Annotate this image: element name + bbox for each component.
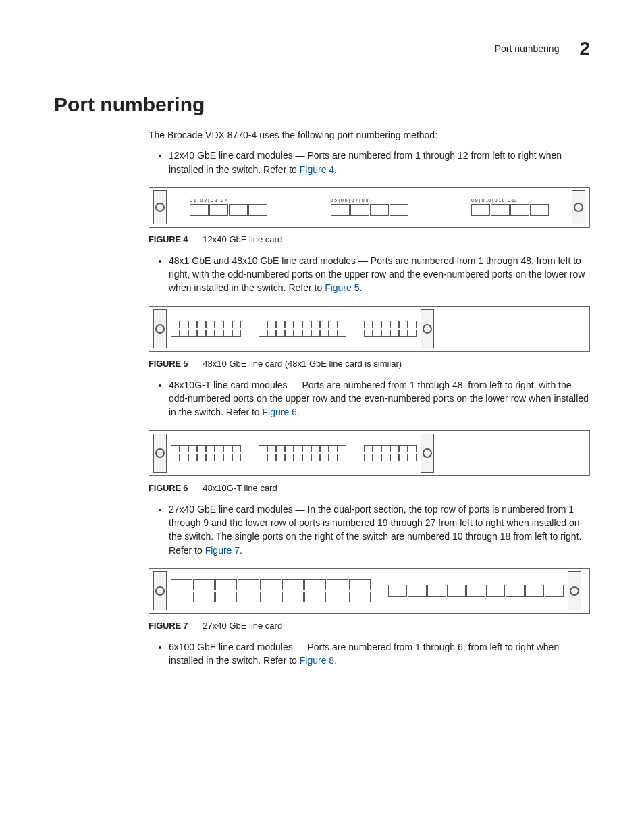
card-cap-right [568,571,581,610]
figure-4-image: 0 1 | 0 2 | 0 3 | 0 4 0 5 | 0 6 | 0 7 | … [149,187,590,228]
figure-6-caption: 48x10G-T line card [203,483,277,493]
figure-7-label: FIGURE 7 [149,621,188,631]
figure-6: FIGURE 6 48x10G-T line card [149,430,590,493]
xref-figure-8[interactable]: Figure 8 [300,655,334,666]
figure-4-caption: 12x40 GbE line card [203,234,282,244]
page: Port numbering 2 Port numbering The Broc… [0,0,644,717]
xref-figure-7[interactable]: Figure 7 [205,545,240,556]
body: The Brocade VDX 8770-4 uses the followin… [149,128,590,667]
figure-4-label: FIGURE 4 [149,234,188,244]
xref-figure-6[interactable]: Figure 6 [263,407,297,417]
bullet-48x10g-t: 48x10G-T line card modules — Ports are n… [169,378,590,419]
figure-7: FIGURE 7 27x40 GbE line card [149,568,590,631]
card-cap-left [153,309,167,348]
xref-figure-4[interactable]: Figure 4 [300,164,334,175]
figure-4: 0 1 | 0 2 | 0 3 | 0 4 0 5 | 0 6 | 0 7 | … [149,187,590,244]
xref-figure-5[interactable]: Figure 5 [325,282,359,293]
running-header: Port numbering 2 [54,38,590,59]
card-cap-right [572,190,585,224]
card-cap-left [153,190,167,224]
bullet-48x1-48x10: 48x1 GbE and 48x10 GbE line card modules… [169,254,590,295]
card-cap-right [421,434,434,473]
figure-5-label: FIGURE 5 [149,359,188,369]
card-cap-left [153,571,167,610]
figure-7-caption: 27x40 GbE line card [203,621,282,631]
card-cap-right [421,309,434,348]
figure-6-image [149,430,590,476]
figure-5-image [149,306,590,352]
running-title: Port numbering [495,43,560,54]
bullet-27x40: 27x40 GbE line card modules — In the dua… [169,502,590,557]
figure-7-image [149,568,590,614]
bullet-12x40: 12x40 GbE line card modules — Ports are … [169,149,590,176]
chapter-number: 2 [579,38,590,59]
intro-paragraph: The Brocade VDX 8770-4 uses the followin… [149,128,590,142]
card-cap-left [153,434,167,473]
figure-6-label: FIGURE 6 [149,483,188,493]
bullet-6x100: 6x100 GbE line card modules — Ports are … [169,640,590,668]
figure-5-caption: 48x10 GbE line card (48x1 GbE line card … [203,359,402,369]
page-title: Port numbering [54,93,590,116]
figure-5: FIGURE 5 48x10 GbE line card (48x1 GbE l… [149,306,590,369]
